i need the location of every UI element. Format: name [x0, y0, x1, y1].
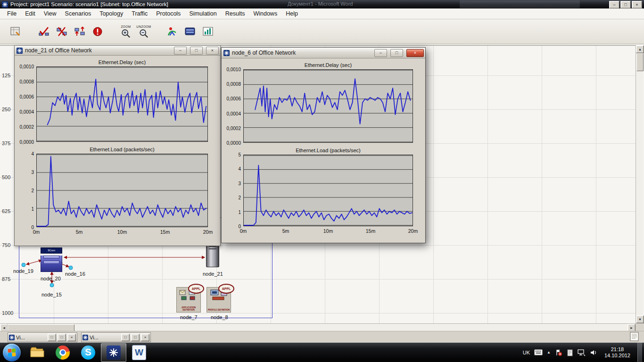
close-button[interactable]: × — [141, 334, 149, 341]
ruler-label-250: 250 — [2, 107, 10, 112]
taskbar-word-button[interactable]: W — [126, 343, 152, 362]
window-titlebar[interactable]: Project: project1 Scenario: scenario1 [S… — [0, 0, 644, 8]
node-label: node_16 — [65, 271, 85, 277]
x-tick-label: 20m — [203, 229, 213, 235]
appl-caption: APPLICATION DEFINITION — [177, 306, 200, 311]
application-definition-node-7[interactable]: APPL APPLICATION DEFINITION — [176, 287, 201, 313]
minimize-button[interactable]: – — [174, 47, 187, 55]
y-tick-label: 3 — [238, 181, 241, 186]
clock-time: 21:18 — [604, 346, 630, 353]
x-axis-labels: 0m5m10m15m20m — [36, 227, 208, 238]
opnet-logo-icon — [17, 48, 23, 54]
recover-selected-objects-icon[interactable] — [72, 21, 88, 42]
restore-button[interactable]: □ — [121, 334, 130, 341]
menu-view[interactable]: View — [40, 10, 61, 17]
maximize-button[interactable]: □ — [131, 334, 140, 341]
opnet-logo-icon — [9, 335, 15, 340]
node-label: node_15 — [41, 292, 62, 297]
chart-window-titlebar[interactable]: node_21 of Office Network – □ × — [15, 46, 220, 56]
keyboard-language-indicator[interactable]: UK — [523, 350, 530, 355]
action-center-flag-icon[interactable] — [555, 349, 562, 356]
taskbar-explorer-button[interactable] — [25, 343, 50, 362]
chart-window-title: node_21 of Office Network — [25, 47, 171, 54]
switch-node-20[interactable]: 3Com — [41, 247, 62, 270]
chart-title: Ethernet.Load (packets/sec) — [243, 148, 413, 153]
close-button[interactable]: × — [67, 334, 76, 341]
taskbar-chrome-button[interactable] — [50, 343, 75, 362]
menu-edit[interactable]: Edit — [21, 10, 40, 17]
y-tick-label: 0,0008 — [19, 79, 34, 84]
y-tick-label: 0,0002 — [19, 124, 34, 130]
maximize-button[interactable]: □ — [620, 1, 631, 8]
y-tick-label: 0,0006 — [19, 94, 34, 99]
profile-definition-node-8[interactable]: APPL PROFILE DEFINITION — [206, 287, 231, 313]
menu-help[interactable]: Help — [281, 10, 302, 17]
restore-button[interactable]: □ — [48, 334, 56, 341]
chart-window-node-21[interactable]: node_21 of Office Network – □ × Ethernet… — [14, 45, 221, 246]
chart-window-titlebar[interactable]: node_6 of Office Network – □ × — [222, 48, 425, 58]
minimize-button[interactable]: – — [609, 1, 619, 8]
clipboard-icon[interactable] — [567, 349, 573, 356]
alert-icon[interactable] — [90, 21, 106, 42]
chrome-icon — [56, 346, 70, 360]
keyboard-icon[interactable] — [534, 349, 543, 355]
background-window-edge — [460, 0, 580, 8]
vertical-scrollbar[interactable]: ▲ ▼ — [636, 45, 643, 323]
system-tray: UK ▲ 21:18 14.10.2012 — [523, 343, 644, 362]
view-results-icon[interactable] — [182, 21, 198, 42]
close-button[interactable]: × — [406, 49, 424, 57]
opnet-icon — [107, 346, 121, 360]
ethernet-delay-plot-node21 — [36, 66, 208, 142]
menu-protocols[interactable]: Protocols — [152, 10, 185, 17]
unzoom-icon[interactable]: UNZOOM — [136, 21, 152, 42]
chart-window-node-6[interactable]: node_6 of Office Network – □ × Ethernet.… — [221, 47, 426, 243]
scroll-up-button[interactable]: ▲ — [636, 45, 644, 53]
switch-body — [41, 255, 62, 272]
chart-window-title: node_6 of Office Network — [232, 49, 371, 56]
scroll-down-button[interactable]: ▼ — [636, 315, 644, 323]
menu-results[interactable]: Results — [221, 10, 249, 17]
show-hidden-icons-button[interactable]: ▲ — [547, 350, 551, 354]
start-button[interactable] — [3, 344, 21, 362]
maximize-button[interactable]: □ — [390, 49, 403, 57]
zoom-icon[interactable]: ZOOM — [118, 21, 134, 42]
taskbar-clock[interactable]: 21:18 14.10.2012 — [602, 346, 633, 359]
menu-simulation[interactable]: Simulation — [185, 10, 221, 17]
horizontal-scroll-thumb[interactable] — [8, 324, 74, 331]
configure-run-simulation-icon[interactable] — [164, 21, 180, 42]
minimized-window-tab-2[interactable]: Vi... □ □ × — [81, 332, 151, 342]
show-desktop-button[interactable] — [637, 343, 642, 362]
close-button[interactable]: × — [632, 1, 642, 8]
taskbar-skype-button[interactable]: S — [75, 343, 101, 362]
ruler-label-750: 750 — [2, 242, 10, 248]
menu-traffic[interactable]: Traffic — [127, 10, 152, 17]
y-tick-label: 0,0004 — [226, 111, 241, 116]
y-tick-label: 1 — [31, 206, 34, 212]
menu-topology[interactable]: Topology — [95, 10, 127, 17]
taskbar-opnet-button[interactable] — [101, 343, 126, 362]
minimize-button[interactable]: – — [374, 49, 387, 57]
maximize-button[interactable]: □ — [58, 334, 66, 341]
project-editor-icon[interactable] — [8, 21, 24, 42]
volume-icon[interactable] — [590, 349, 597, 356]
zoom-label: ZOOM — [121, 25, 131, 28]
node-label: node_21 — [203, 271, 223, 277]
minimized-window-tab-1[interactable]: Vi... □ □ × — [8, 332, 77, 342]
menu-scenarios[interactable]: Scenarios — [61, 10, 96, 17]
y-tick-label: 0,0004 — [19, 109, 34, 115]
maximize-button[interactable]: □ — [190, 47, 203, 55]
verify-links-icon[interactable] — [36, 21, 52, 42]
fail-selected-objects-icon[interactable] — [54, 21, 70, 42]
menu-file[interactable]: File — [3, 10, 21, 17]
x-tick-label: 15m — [160, 229, 170, 235]
chart-title: Ethernet.Delay (sec) — [36, 59, 208, 65]
horizontal-scrollbar[interactable]: ◄ ► — [0, 323, 636, 331]
menu-windows[interactable]: Windows — [249, 10, 281, 17]
hide-show-graphs-icon[interactable] — [200, 21, 216, 42]
close-button[interactable]: × — [206, 47, 219, 55]
x-tick-label: 0m — [240, 228, 247, 234]
vertical-scroll-thumb[interactable] — [636, 53, 644, 71]
network-icon[interactable] — [578, 349, 586, 356]
word-icon: W — [132, 345, 146, 360]
notebook-icon[interactable] — [629, 331, 640, 342]
